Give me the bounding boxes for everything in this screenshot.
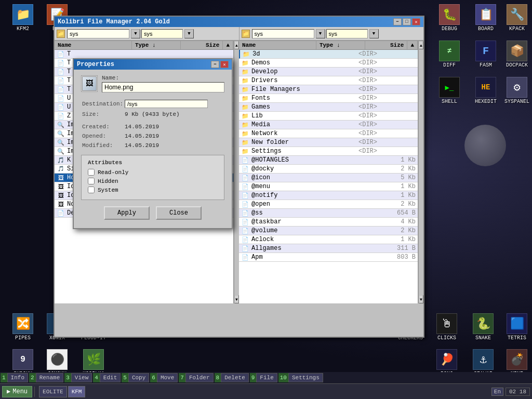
table-row[interactable]: 📁Settings<DIR> xyxy=(239,147,418,156)
fm-title: Kolibri File Manager 2.04 Gold xyxy=(58,18,170,25)
funckey-10[interactable]: 10Settings xyxy=(278,373,323,382)
props-readonly-input[interactable] xyxy=(88,169,95,176)
table-row[interactable]: 📁Fonts<DIR> xyxy=(239,94,418,103)
funckey-6[interactable]: 6Move xyxy=(150,373,178,382)
left-col-name[interactable]: Name xyxy=(55,41,132,49)
desktop-icon-debug[interactable]: 🐛 DEBUG xyxy=(433,4,466,32)
table-row[interactable]: 📁Games<DIR> xyxy=(239,103,418,112)
right-col-size[interactable]: Size xyxy=(365,41,407,49)
taskbar-app-eolite[interactable]: EOLITE xyxy=(39,386,67,397)
left-path-input[interactable] xyxy=(67,29,129,38)
table-row[interactable]: 📁Lib<DIR> xyxy=(239,112,418,121)
props-name-label: Name: xyxy=(102,75,224,81)
props-created-label: Created: xyxy=(82,123,124,131)
props-dest-input[interactable] xyxy=(125,100,208,108)
table-row[interactable]: 📁File Managers<DIR> xyxy=(239,85,418,94)
desktop-icon-hexedit[interactable]: HE HEXEDIT xyxy=(469,77,502,105)
start-button[interactable]: ▶ Menu xyxy=(2,386,32,397)
right-col-arrow[interactable]: ▲ xyxy=(407,41,418,49)
table-row[interactable]: 📄T xyxy=(55,50,233,59)
desktop-icon-tetris[interactable]: 🟦 TETRIS xyxy=(500,313,532,341)
props-opened-value: 14.05.2019 xyxy=(125,132,223,140)
props-hidden-input[interactable] xyxy=(88,178,95,184)
desktop-icon-pipes[interactable]: 🔀 PIPES xyxy=(6,313,39,341)
props-close-button[interactable]: Close xyxy=(156,206,202,220)
funckey-8[interactable]: 8Delete xyxy=(215,373,249,382)
table-row[interactable]: 📁Network<DIR> xyxy=(239,129,418,138)
properties-dialog: Properties − ✕ 🖼 Name: Destination: Size… xyxy=(73,58,233,229)
table-row[interactable]: 📁3d<DIR> xyxy=(239,50,418,59)
desktop-icon-fasm[interactable]: F FASM xyxy=(469,41,502,69)
right-col-type[interactable]: Type ↓ xyxy=(316,41,366,49)
taskbar-app-kfm-label: KFM xyxy=(72,389,82,395)
funckey-9[interactable]: 9File xyxy=(250,373,277,382)
desktop-icon-syspanel[interactable]: ⚙ SYSPANEL xyxy=(500,77,532,105)
right-col-name[interactable]: Name xyxy=(239,41,316,49)
props-dest-label: Destination: xyxy=(82,99,124,109)
funckey-2[interactable]: 2Rename xyxy=(29,373,63,382)
desktop-icon-snake[interactable]: 🐍 SNAKE xyxy=(467,313,500,341)
props-readonly-label: Read-only xyxy=(98,169,128,176)
taskbar-app-kfm[interactable]: KFM xyxy=(68,386,86,397)
fm-minimize-btn[interactable]: − xyxy=(393,18,402,25)
table-row[interactable]: 📄@menu1 Kb xyxy=(239,182,418,191)
right-subpath-input[interactable] xyxy=(326,29,368,38)
taskbar-lang[interactable]: En xyxy=(491,388,503,396)
funckey-3[interactable]: 3View xyxy=(64,373,92,382)
table-row[interactable]: 📁Demos<DIR> xyxy=(239,59,418,68)
funckey-1[interactable]: 1Info xyxy=(1,373,28,382)
funckey-5[interactable]: 5Copy xyxy=(122,373,149,382)
table-row[interactable]: 📄@taskbar4 Kb xyxy=(239,218,418,227)
props-minimize-btn[interactable]: − xyxy=(211,61,219,68)
taskbar: ▶ Menu EOLITE KFM En 02 18 xyxy=(0,383,532,399)
right-path-input[interactable] xyxy=(252,29,314,38)
left-col-arrow[interactable]: ▲ xyxy=(223,41,233,49)
left-subpath-input[interactable] xyxy=(141,29,183,38)
props-attrs-title: Attributes xyxy=(88,159,218,166)
table-row[interactable]: 📄@docky2 Kb xyxy=(239,165,418,174)
table-row[interactable]: 📄Allgames311 B xyxy=(239,244,418,253)
table-row[interactable]: 📁Develop<DIR> xyxy=(239,68,418,76)
desktop-icon-kfm2[interactable]: 📁 KFM2 xyxy=(6,4,39,32)
table-row[interactable]: 📄@HOTANGLES1 Kb xyxy=(239,156,418,165)
right-subaddr-btn[interactable]: ▼ xyxy=(369,29,379,38)
moon-decoration xyxy=(464,125,506,166)
props-system-input[interactable] xyxy=(88,187,95,193)
props-name-input[interactable] xyxy=(102,82,224,92)
fm-close-btn[interactable]: ✕ xyxy=(412,18,420,25)
desktop-icon-kpack[interactable]: 🔧 KPACK xyxy=(500,4,532,32)
table-row[interactable]: 📁Media<DIR> xyxy=(239,121,418,129)
funckey-4[interactable]: 4Edit xyxy=(93,373,121,382)
left-subaddr-btn[interactable]: ▼ xyxy=(184,29,194,38)
props-system-checkbox[interactable]: System xyxy=(88,187,218,193)
desktop-icon-docpack[interactable]: 📦 DOCPACK xyxy=(500,41,532,69)
props-hidden-checkbox[interactable]: Hidden xyxy=(88,178,218,184)
table-row[interactable]: 📄@volume2 Kb xyxy=(239,227,418,235)
table-row[interactable]: 📄@notify1 Kb xyxy=(239,191,418,200)
table-row[interactable]: 📁New folder<DIR> xyxy=(239,138,418,147)
table-row[interactable]: 📄@icon5 Kb xyxy=(239,174,418,182)
left-col-size[interactable]: Size xyxy=(181,41,223,49)
table-row[interactable]: 📁Drivers<DIR> xyxy=(239,76,418,85)
right-addr-btn[interactable]: ▼ xyxy=(316,29,325,38)
start-label: Menu xyxy=(12,388,28,395)
table-row[interactable]: 📄Apm803 B xyxy=(239,253,418,262)
table-row[interactable]: 📄@open2 Kb xyxy=(239,200,418,209)
props-readonly-checkbox[interactable]: Read-only xyxy=(88,169,218,176)
desktop-icon-board[interactable]: 📋 BOARD xyxy=(469,4,502,32)
funckey-7[interactable]: 7Folder xyxy=(179,373,213,382)
left-col-type[interactable]: Type ↓ xyxy=(132,41,181,49)
fm-maximize-btn[interactable]: □ xyxy=(403,18,411,25)
props-size-value: 9 Kb (9433 byte) xyxy=(125,110,223,118)
desktop-icon-clicks[interactable]: 🖱 CLICKS xyxy=(430,313,463,341)
desktop-icon-shell[interactable]: ▶_ SHELL xyxy=(433,77,466,105)
taskbar-divider xyxy=(34,387,35,397)
desktop-icon-diff[interactable]: ≠ DIFF xyxy=(433,41,466,69)
left-addr-btn[interactable]: ▼ xyxy=(131,29,140,38)
table-row[interactable]: 📄@ss654 B xyxy=(239,209,418,218)
props-apply-button[interactable]: Apply xyxy=(104,206,150,220)
props-close-btn[interactable]: ✕ xyxy=(220,61,229,68)
props-system-label: System xyxy=(98,187,118,193)
table-row[interactable]: 📄Aclock1 Kb xyxy=(239,235,418,244)
right-addr-icon: 📁 xyxy=(242,30,250,38)
